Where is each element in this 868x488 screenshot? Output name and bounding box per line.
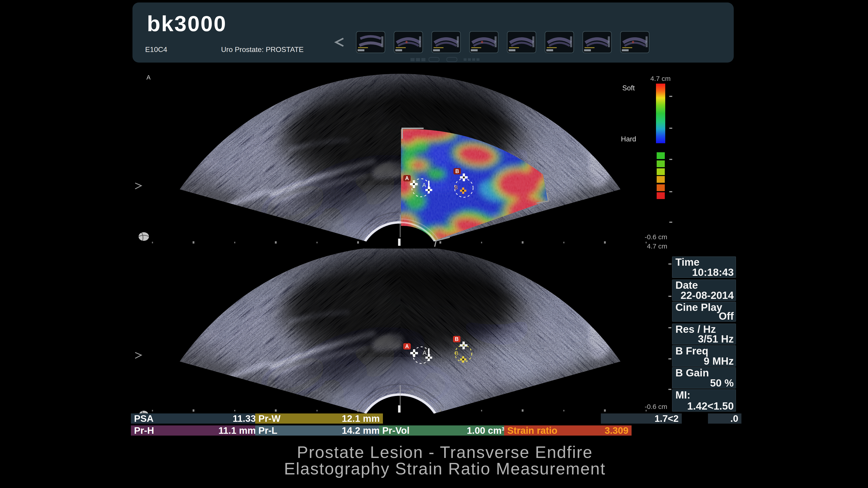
svg-text:B: B xyxy=(454,185,458,191)
svg-text:Soft: Soft xyxy=(622,84,635,92)
svg-text:-0.6 cm: -0.6 cm xyxy=(645,233,667,240)
svg-text:Hard: Hard xyxy=(621,135,636,143)
svg-text:B: B xyxy=(455,350,458,356)
svg-text:A: A xyxy=(422,182,426,188)
svg-text:A: A xyxy=(405,175,409,181)
svg-text:A: A xyxy=(147,74,151,81)
svg-text:B: B xyxy=(455,336,459,342)
svg-text:A: A xyxy=(423,350,427,356)
svg-text:A: A xyxy=(405,344,409,349)
svg-text:B: B xyxy=(455,168,459,174)
svg-text:4.7 cm: 4.7 cm xyxy=(647,242,667,250)
svg-text:-0.6 cm: -0.6 cm xyxy=(645,403,667,410)
svg-text:4.7 cm: 4.7 cm xyxy=(650,75,671,82)
